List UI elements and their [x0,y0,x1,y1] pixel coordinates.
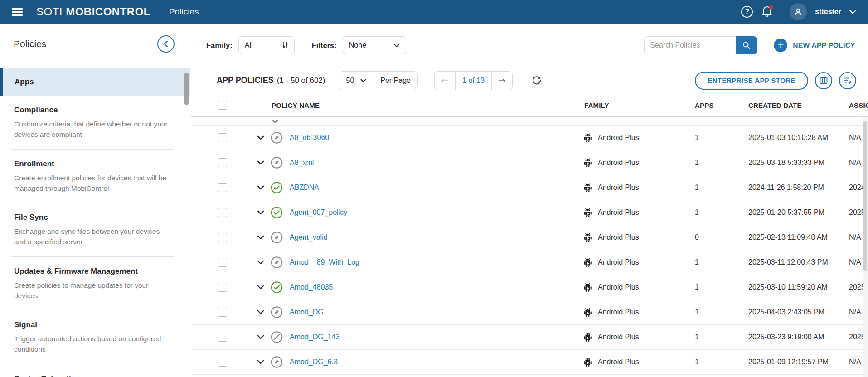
page-size-select[interactable]: 50 [339,72,373,90]
sidebar-item[interactable]: File Sync Exchange and sync files betwee… [0,203,190,256]
page-indicator[interactable]: 1 of 13 [455,72,491,90]
table-scrollbar-track[interactable] [863,117,868,377]
policy-name-link[interactable]: ABZDNA [290,184,319,192]
sidebar-item-description: Customize criteria that define whether o… [14,119,172,140]
row-expand-button[interactable] [257,285,264,290]
chevron-down-icon [257,210,264,215]
row-checkbox[interactable] [218,358,227,367]
row-checkbox[interactable] [218,283,227,292]
search-policies-input[interactable] [644,36,736,54]
sidebar-item-title: Signal [14,320,172,329]
help-icon[interactable]: ? [741,6,753,18]
android-plus-icon [583,208,592,218]
arrow-left-icon: ← [441,76,448,85]
column-header-created-date[interactable]: CREATED DATE [748,101,802,109]
export-list-button[interactable] [839,72,856,89]
row-checkbox[interactable] [218,158,227,167]
policies-sidebar: Policies Apps Compliance Customize crite… [0,24,190,377]
policy-apps-count: 1 [695,283,699,291]
partially-scrolled-row [191,117,868,126]
policy-name-link[interactable]: Amod_DG [290,308,324,316]
row-checkbox[interactable] [218,183,227,192]
policy-created-date: 2025-01-09 12:19:57 PM [748,358,829,366]
row-checkbox[interactable] [218,133,227,142]
select-all-checkbox[interactable] [218,101,227,110]
android-plus-icon [583,183,592,193]
sidebar-collapse-button[interactable] [157,35,175,53]
sidebar-item-apps[interactable]: Apps [0,68,190,96]
sidebar-item-description: Trigger automated actions based on confi… [14,334,172,355]
manage-columns-button[interactable] [815,72,832,89]
row-checkbox[interactable] [218,333,227,342]
next-page-button[interactable]: → [491,72,512,90]
policy-assigned-value: N/A [849,358,861,366]
policy-name-link[interactable]: Amod_DG_143 [290,333,339,341]
row-expand-button[interactable] [257,360,264,364]
policy-name-link[interactable]: Amod__89_With_Log [290,258,359,266]
column-header-apps[interactable]: APPS [695,101,714,109]
policy-status-icon [271,207,283,219]
policy-table-row: Amod_DG_143 Android Plus 1 [191,325,868,350]
policy-family: Android Plus [598,134,639,142]
row-expand-button[interactable] [257,235,264,240]
pagination-group: ← 1 of 13 → [434,71,513,90]
username-label[interactable]: sttester [815,8,841,16]
sidebar-item-title: Device Relocation [14,374,172,377]
refresh-button[interactable] [531,75,542,86]
enterprise-app-store-button[interactable]: ENTERPRISE APP STORE [695,72,808,90]
export-list-icon [844,77,852,85]
row-checkbox[interactable] [218,233,227,242]
policy-name-link[interactable]: Agent_valid [290,233,328,242]
user-avatar[interactable] [790,3,807,20]
filters-dropdown[interactable]: None [343,36,406,54]
row-expand-button[interactable] [257,160,264,165]
policy-created-date: 2025-04-03 2:43:05 PM [748,308,824,316]
column-header-policy-name[interactable]: POLICY NAME [272,101,320,109]
previous-page-button[interactable]: ← [435,72,455,90]
sidebar-scrollbar[interactable] [184,72,189,105]
hamburger-menu-icon[interactable] [12,8,23,16]
sidebar-title: Policies [14,39,46,49]
plus-icon: + [774,39,787,52]
column-header-family[interactable]: FAMILY [584,101,609,109]
row-expand-button[interactable] [257,210,264,215]
policy-name-link[interactable]: Agent_007_policy [290,208,347,217]
policy-assigned-value: N/A [849,258,861,266]
row-checkbox[interactable] [218,258,227,267]
search-button[interactable] [736,36,757,54]
sidebar-item-title: Enrollment [14,160,172,169]
policy-name-link[interactable]: A8_eb-3060 [290,134,329,142]
policy-name-link[interactable]: A8_xml [290,159,314,167]
sidebar-item[interactable]: Enrollment Create enrollment policies fo… [0,150,190,203]
sidebar-item[interactable]: Updates & Firmware Management Create pol… [0,257,190,310]
row-expand-button[interactable] [257,185,264,190]
sidebar-item[interactable]: Device Relocation [0,364,190,377]
family-dropdown[interactable]: All [238,36,295,54]
row-checkbox[interactable] [218,308,227,317]
policy-name-link[interactable]: Amod_48035 [290,283,333,291]
column-header-assigned[interactable]: ASSIG [849,101,868,109]
policy-assigned-value: N/A [849,233,861,242]
policy-table-row: Agent_valid Android Plus 0 [191,225,868,250]
notifications-bell-icon[interactable] [761,5,773,18]
sidebar-item[interactable]: Signal Trigger automated actions based o… [0,310,190,364]
row-expand-button[interactable] [257,260,264,265]
policy-created-date: 2025-01-03 10:10:28 AM [748,134,828,142]
sidebar-item[interactable]: Compliance Customize criteria that defin… [0,96,190,149]
new-app-policy-button[interactable]: + NEW APP POLICY [774,39,855,52]
clipped-status-icon [272,120,278,123]
user-menu-chevron-down-icon[interactable] [849,10,856,14]
policy-name-link[interactable]: Amod_DG_6.3 [290,358,338,366]
sidebar-item-description: Create policies to manage updates for yo… [14,280,172,301]
chevron-down-icon [257,360,264,364]
table-scrollbar-thumb[interactable] [863,121,867,271]
filter-bar-right: + NEW APP POLICY [644,36,855,54]
columns-icon [820,77,828,85]
row-expand-button[interactable] [257,310,264,314]
android-plus-icon [583,233,592,242]
row-expand-button[interactable] [257,335,264,339]
row-checkbox[interactable] [218,208,227,217]
row-expand-button[interactable] [257,135,264,140]
policy-status-icon [271,132,283,144]
policy-table-row: Amod__89_With_Log Android Plus [191,250,868,275]
